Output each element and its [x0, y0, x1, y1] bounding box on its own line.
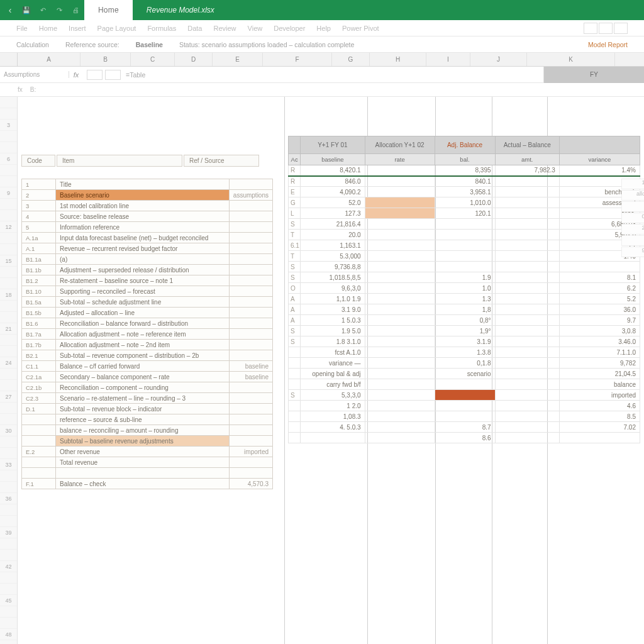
tab-help[interactable]: Help [316, 25, 331, 32]
cell[interactable]: 2.1 [621, 224, 644, 235]
table-row[interactable]: R8,420.18,3957,982.31.4% [289, 165, 640, 176]
cell[interactable]: 5.3,000 [301, 251, 365, 262]
cell[interactable] [289, 401, 301, 411]
table-row[interactable]: R846.0840.1 [289, 176, 640, 187]
subribbon-link[interactable]: Model Report [588, 41, 628, 48]
cell-code[interactable]: C2.3 [22, 393, 56, 404]
cell-desc[interactable]: Sub-total – revenue component – distribu… [56, 350, 230, 361]
cell[interactable] [365, 379, 435, 390]
table-row[interactable]: variance —0,1.89,782 [289, 358, 640, 369]
cell[interactable]: 9.2 [621, 247, 644, 257]
cell[interactable]: 1,010.0 [435, 197, 495, 208]
col-header[interactable]: D [175, 53, 213, 66]
back-icon[interactable]: ‹ [3, 5, 18, 15]
table-row[interactable]: T5.3,0001.40 [289, 251, 640, 262]
col-header[interactable]: H [370, 53, 426, 66]
cell-desc[interactable]: Supporting – reconciled – forecast [56, 286, 230, 297]
row-header[interactable]: 27 [0, 391, 17, 402]
cell-desc[interactable] [56, 468, 230, 479]
style-chip[interactable] [87, 70, 103, 80]
table-row[interactable]: F.1Balance – check4,570.3 [22, 479, 273, 489]
fx-icon[interactable]: fx [69, 71, 83, 79]
row-header[interactable]: 21 [0, 323, 17, 335]
tab-page-layout[interactable]: Page Layout [97, 25, 136, 32]
row-header[interactable]: 9 [0, 187, 17, 199]
cell-desc[interactable]: Balance – check [56, 479, 230, 489]
select-all-corner[interactable] [0, 53, 18, 66]
cell[interactable] [495, 347, 559, 358]
row-header[interactable] [0, 199, 17, 210]
cell[interactable] [365, 294, 435, 304]
cell[interactable] [495, 197, 559, 208]
cell-src[interactable] [229, 393, 272, 404]
cell-desc[interactable]: Title [56, 179, 230, 190]
table-row[interactable]: E.2Other revenueimported [22, 447, 273, 457]
cell[interactable]: R [289, 176, 301, 187]
cell[interactable]: 0,1.8 [435, 358, 495, 369]
cell[interactable] [365, 336, 435, 347]
cell[interactable]: 3.1 9.0 [301, 304, 365, 315]
cell-desc[interactable]: Adjusted – allocation – line [56, 308, 230, 318]
tab-data[interactable]: Data [187, 25, 202, 32]
cell[interactable]: 21,04.5 [559, 369, 640, 379]
cell-code[interactable]: C1.1 [22, 361, 56, 372]
cell-src[interactable] [229, 436, 272, 447]
cell[interactable]: 5.2 [559, 294, 640, 304]
row-header[interactable] [0, 572, 17, 584]
undo-icon[interactable]: ↶ [36, 4, 49, 16]
cell-code[interactable]: B1.7b [22, 340, 56, 350]
row-header[interactable]: 30 [0, 425, 17, 436]
cell[interactable]: 4,090.2 [301, 187, 365, 197]
cell[interactable]: opening bal & adj [301, 369, 365, 379]
cell[interactable]: 36.0 [559, 304, 640, 315]
cell[interactable]: 1,8 [435, 304, 495, 315]
cell[interactable] [495, 422, 559, 433]
table-row[interactable]: 6.11,163.15.1 [289, 240, 640, 251]
cell[interactable] [365, 165, 435, 176]
cell[interactable] [365, 208, 435, 219]
cell[interactable] [495, 379, 559, 390]
cell[interactable]: S [289, 336, 301, 347]
cell[interactable] [495, 326, 559, 336]
cell[interactable]: A [289, 294, 301, 304]
row-header[interactable]: 24 [0, 357, 17, 369]
cell[interactable] [365, 219, 435, 230]
cell-src[interactable] [229, 222, 272, 233]
cell[interactable]: 6.1 [289, 240, 301, 251]
cell[interactable]: 7.1.1.0 [559, 347, 640, 358]
cell[interactable] [365, 283, 435, 294]
cell[interactable]: 846.0 [301, 176, 365, 187]
cell[interactable] [365, 230, 435, 240]
cell[interactable] [495, 315, 559, 326]
table-row[interactable]: C2.3Scenario – re-statement – line – rou… [22, 393, 273, 404]
style-chip[interactable] [105, 70, 121, 80]
cell[interactable] [435, 390, 495, 401]
cell[interactable]: 9.7 [559, 315, 640, 326]
cell-code[interactable]: C2.1b [22, 382, 56, 393]
tab-insert[interactable]: Insert [69, 25, 86, 32]
cell[interactable] [495, 251, 559, 262]
cell[interactable]: 1.0 [621, 179, 644, 189]
row-header[interactable] [0, 108, 17, 119]
table-row[interactable]: 4. 5.0.38.77.02 [289, 422, 640, 433]
row-header[interactable] [0, 584, 17, 595]
cell[interactable] [495, 401, 559, 411]
cell[interactable]: 127.3 [301, 208, 365, 219]
col-header[interactable]: A [18, 53, 80, 66]
cell[interactable] [435, 219, 495, 230]
table-row[interactable]: B1.5aSub-total – schedule adjustment lin… [22, 297, 273, 308]
cell[interactable] [289, 422, 301, 433]
redo-icon[interactable]: ↷ [53, 4, 65, 16]
cell[interactable]: S [289, 390, 301, 401]
cell-src[interactable] [229, 329, 272, 340]
cell[interactable]: S [289, 272, 301, 283]
table-row[interactable]: O9,6,3,01.06.2 [289, 283, 640, 294]
cell-code[interactable]: D.1 [22, 404, 56, 414]
table-row[interactable]: L127.3120.1alloc. [289, 208, 640, 219]
cell[interactable] [365, 347, 435, 358]
cell[interactable] [435, 251, 495, 262]
row-header[interactable]: 12 [0, 221, 17, 233]
table-row[interactable]: S1.9 5.01,9°3,0.8 [289, 326, 640, 336]
cell-desc[interactable]: Other revenue [56, 447, 230, 457]
cell[interactable]: 20.0 [301, 230, 365, 240]
